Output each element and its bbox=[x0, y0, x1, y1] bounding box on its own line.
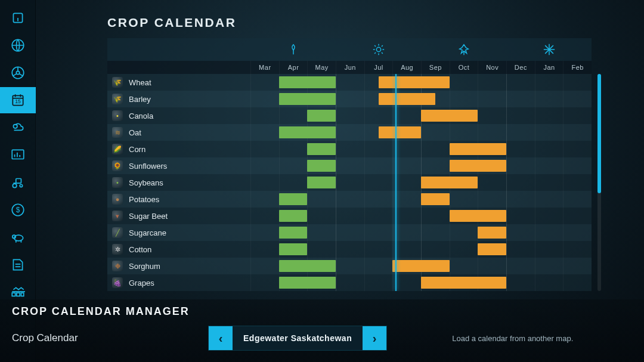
season-spring-icon bbox=[250, 38, 336, 61]
crop-label: ✲Cotton bbox=[107, 241, 250, 258]
svg-line-40 bbox=[381, 52, 382, 54]
svg-point-5 bbox=[16, 71, 19, 74]
svg-line-42 bbox=[381, 45, 382, 47]
crop-timeline bbox=[250, 174, 592, 191]
month-header-cell: Feb bbox=[563, 61, 592, 74]
sidebar-item-contracts[interactable] bbox=[0, 252, 36, 278]
crop-label: ▾Sugar Beet bbox=[107, 208, 250, 224]
plant-bar bbox=[307, 160, 336, 172]
crop-icon: ● bbox=[112, 194, 123, 205]
crop-timeline bbox=[250, 258, 592, 274]
animals-icon bbox=[10, 230, 26, 245]
crop-name: Sugarcane bbox=[129, 228, 166, 237]
selector-value[interactable]: Edgewater Saskatchewan bbox=[233, 326, 363, 350]
crop-timeline bbox=[250, 191, 592, 208]
contracts-icon bbox=[10, 257, 26, 273]
sidebar-item-vehicles[interactable] bbox=[0, 169, 36, 196]
sidebar-item-stats[interactable] bbox=[0, 142, 36, 168]
crop-timeline bbox=[250, 208, 592, 224]
svg-rect-15 bbox=[12, 150, 24, 159]
crop-label: ≋Oat bbox=[107, 124, 250, 141]
month-header-cell: May bbox=[307, 61, 336, 74]
scrollbar-thumb[interactable] bbox=[597, 74, 601, 193]
month-header-cell: Aug bbox=[392, 61, 421, 74]
crop-timeline bbox=[250, 274, 592, 291]
selector-next-button[interactable]: › bbox=[363, 326, 386, 350]
harvest-bar bbox=[450, 143, 506, 155]
month-header-cell: Mar bbox=[250, 61, 279, 74]
crop-row[interactable]: ❉Sorghum bbox=[107, 258, 592, 274]
steering-icon bbox=[10, 65, 26, 81]
crop-name: Grapes bbox=[129, 279, 154, 287]
footer-panel: CROP CALENDAR MANAGER Crop Calendar ‹ Ed… bbox=[0, 299, 644, 362]
crop-label: 🌻Sunflowers bbox=[107, 157, 250, 174]
content-area: CROP CALENDAR MarAprMayJunJulAugSepOctNo… bbox=[36, 0, 644, 299]
plant-bar bbox=[279, 193, 308, 205]
crop-icon: ❉ bbox=[112, 261, 123, 271]
season-header-row bbox=[107, 38, 592, 61]
crop-row[interactable]: 🍇Grapes bbox=[107, 274, 592, 291]
footer-option-label: Crop Calendar bbox=[12, 332, 191, 344]
sidebar-item-weather[interactable] bbox=[0, 115, 36, 141]
crop-name: Sugar Beet bbox=[129, 212, 168, 221]
plant-bar bbox=[279, 277, 336, 289]
crop-name: Sorghum bbox=[129, 262, 160, 271]
crop-row[interactable]: ✲Cotton bbox=[107, 241, 592, 258]
harvest-bar bbox=[392, 260, 449, 272]
weather-icon bbox=[10, 120, 26, 135]
crop-label: ╱Sugarcane bbox=[107, 224, 250, 241]
plant-bar bbox=[279, 243, 308, 255]
svg-rect-19 bbox=[16, 179, 21, 184]
crop-label: 🌾Barley bbox=[107, 91, 250, 107]
crop-icon: 🌻 bbox=[112, 160, 123, 171]
stats-icon bbox=[10, 147, 26, 163]
sidebar-item-finance[interactable]: $ bbox=[0, 197, 36, 223]
crop-row[interactable]: 🌻Sunflowers bbox=[107, 157, 592, 174]
svg-point-34 bbox=[376, 47, 380, 51]
crop-row[interactable]: 🌾Wheat bbox=[107, 74, 592, 91]
crop-name: Corn bbox=[129, 145, 145, 154]
harvest-bar bbox=[421, 277, 506, 289]
crop-row[interactable]: •Soybeans bbox=[107, 174, 592, 191]
crop-icon: 🌽 bbox=[112, 144, 123, 154]
crop-rows-viewport[interactable]: 🌾Wheat🌾Barley•Canola≋Oat🌽Corn🌻Sunflowers… bbox=[107, 74, 592, 291]
globe-icon bbox=[10, 38, 26, 53]
scrollbar-track[interactable] bbox=[597, 74, 601, 291]
month-header-cell: Sep bbox=[421, 61, 450, 74]
sidebar-item-steering[interactable] bbox=[0, 60, 36, 86]
footer-hint: Load a calendar from another map. bbox=[452, 334, 573, 343]
crop-row[interactable]: ≋Oat bbox=[107, 124, 592, 141]
crop-icon: 🌾 bbox=[112, 77, 123, 88]
crop-label: •Canola bbox=[107, 107, 250, 124]
crop-icon: ▾ bbox=[112, 211, 123, 221]
sidebar-item-animals[interactable] bbox=[0, 224, 36, 250]
sidebar-item-globe[interactable] bbox=[0, 32, 36, 58]
crop-row[interactable]: 🌾Barley bbox=[107, 91, 592, 107]
crop-timeline bbox=[250, 241, 592, 258]
plant-bar bbox=[279, 93, 336, 105]
crop-row[interactable]: 🌽Corn bbox=[107, 141, 592, 157]
crop-row[interactable]: ●Potatoes bbox=[107, 191, 592, 208]
svg-rect-33 bbox=[21, 293, 23, 296]
crop-icon: ╱ bbox=[112, 227, 123, 238]
crop-icon: 🍇 bbox=[112, 277, 123, 288]
svg-line-8 bbox=[19, 74, 23, 76]
month-header-cell: Jul bbox=[364, 61, 393, 74]
crop-icon: ≋ bbox=[112, 127, 123, 138]
crop-row[interactable]: ▾Sugar Beet bbox=[107, 208, 592, 224]
svg-rect-32 bbox=[16, 293, 19, 296]
month-header-cell: Jan bbox=[535, 61, 564, 74]
plant-bar bbox=[279, 126, 336, 138]
crop-name: Wheat bbox=[129, 78, 151, 87]
sidebar-item-calendar[interactable]: 15 bbox=[0, 87, 36, 113]
month-header-cell: Apr bbox=[279, 61, 308, 74]
crop-name: Cotton bbox=[129, 245, 151, 254]
month-header-cell: Dec bbox=[506, 61, 535, 74]
crop-timeline bbox=[250, 91, 592, 107]
crop-row[interactable]: •Canola bbox=[107, 107, 592, 124]
sidebar-item-info[interactable] bbox=[0, 5, 36, 31]
harvest-bar bbox=[478, 227, 506, 239]
selector-prev-button[interactable]: ‹ bbox=[209, 326, 233, 350]
crop-row[interactable]: ╱Sugarcane bbox=[107, 224, 592, 241]
plant-bar bbox=[279, 210, 308, 222]
